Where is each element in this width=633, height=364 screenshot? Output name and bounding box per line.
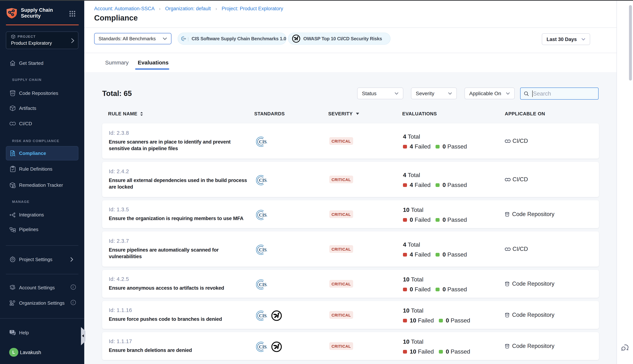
svg-text:CIS: CIS — [259, 344, 266, 349]
svg-text:CIS: CIS — [259, 247, 266, 252]
svg-text:CIS: CIS — [259, 178, 266, 182]
svg-text:CIS: CIS — [259, 282, 266, 287]
svg-text:CIS: CIS — [259, 313, 266, 318]
svg-text:CIS: CIS — [182, 38, 186, 40]
svg-text:CIS: CIS — [259, 139, 266, 144]
svg-text:?: ? — [11, 330, 13, 333]
svg-text:CIS: CIS — [259, 212, 266, 217]
